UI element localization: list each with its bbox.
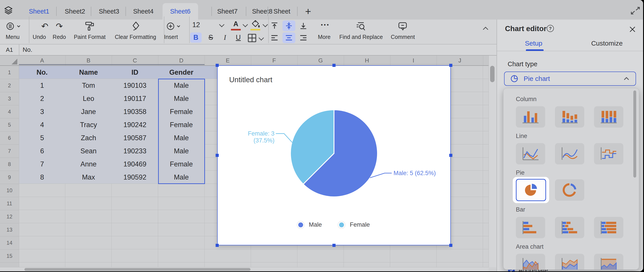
cell-d6[interactable]: Male bbox=[158, 131, 204, 144]
menu-icon[interactable] bbox=[5, 21, 22, 31]
expand-fullscreen-icon[interactable] bbox=[629, 6, 641, 15]
row-header-3[interactable]: 3 bbox=[0, 92, 19, 105]
cell-d5[interactable]: Female bbox=[158, 118, 204, 131]
row-header-15[interactable]: 15 bbox=[0, 249, 19, 263]
align-bottom-icon[interactable] bbox=[299, 22, 307, 30]
chart-type-stepped-line[interactable] bbox=[594, 143, 623, 164]
cell-d8[interactable]: Female bbox=[158, 158, 204, 171]
more-icon[interactable]: ••• bbox=[313, 22, 338, 28]
column-header-d[interactable]: D bbox=[158, 56, 205, 65]
sheet-tab-sheet4[interactable]: Sheet4 bbox=[132, 3, 154, 20]
sheet-tab-sheet6-active[interactable]: Sheet6 bbox=[162, 3, 198, 20]
cell-c9[interactable]: 190592 bbox=[112, 171, 158, 184]
paint-format-icon[interactable] bbox=[84, 21, 95, 32]
cell-d1[interactable]: Gender bbox=[158, 66, 204, 79]
cell-d4[interactable]: Female bbox=[158, 105, 204, 118]
column-header-b[interactable]: B bbox=[65, 56, 112, 65]
cell-a1[interactable]: No. bbox=[19, 66, 65, 79]
align-left-icon[interactable] bbox=[270, 34, 278, 42]
row-header-10[interactable]: 10 bbox=[0, 184, 19, 197]
chart-type-dropdown[interactable]: Pie chart bbox=[504, 72, 636, 86]
chart-type-column-stacked[interactable] bbox=[555, 106, 584, 128]
underline-button[interactable]: U bbox=[233, 32, 244, 43]
app-logo-icon[interactable] bbox=[4, 5, 13, 15]
cell-b6[interactable]: Zach bbox=[65, 131, 112, 144]
text-color-chevron-icon[interactable] bbox=[242, 22, 248, 27]
align-center-icon[interactable] bbox=[285, 34, 293, 42]
row-header-8[interactable]: 8 bbox=[0, 158, 19, 171]
row-header-14[interactable]: 14 bbox=[0, 236, 19, 249]
row-header-1[interactable]: 1 bbox=[0, 66, 19, 79]
row-header-9[interactable]: 9 bbox=[0, 171, 19, 184]
embedded-chart[interactable]: Untitled chart Female: 3 (37.5%) Male: 5… bbox=[217, 65, 451, 245]
chart-handle-e[interactable] bbox=[449, 154, 452, 157]
cell-a8[interactable]: 7 bbox=[19, 158, 65, 171]
align-right-icon[interactable] bbox=[299, 34, 307, 42]
legend-item-male[interactable]: Male bbox=[298, 221, 322, 228]
column-header-i[interactable]: I bbox=[390, 56, 437, 65]
find-replace-button[interactable]: Find and Replace bbox=[331, 34, 391, 41]
help-icon[interactable]: ? bbox=[547, 25, 554, 32]
row-header-13[interactable]: 13 bbox=[0, 223, 19, 236]
cell-b3[interactable]: Leo bbox=[65, 92, 112, 105]
row-header-12[interactable]: 12 bbox=[0, 210, 19, 223]
select-all-corner[interactable] bbox=[12, 59, 17, 65]
cell-d9[interactable]: Male bbox=[158, 171, 204, 184]
sheet-tab-sheet1[interactable]: Sheet1 bbox=[29, 3, 50, 20]
male-data-label[interactable]: Male: 5 (62.5%) bbox=[394, 170, 436, 177]
comment-button[interactable]: Comment bbox=[384, 34, 422, 41]
cell-a7[interactable]: 6 bbox=[19, 144, 65, 158]
clear-formatting-icon[interactable] bbox=[130, 21, 141, 32]
menu-button[interactable]: Menu bbox=[0, 34, 25, 41]
column-header-g[interactable]: G bbox=[297, 56, 344, 65]
chart-type-bar-100-stacked[interactable] bbox=[594, 217, 623, 238]
column-header-h[interactable]: H bbox=[344, 56, 390, 65]
cell-c1[interactable]: ID bbox=[112, 66, 158, 79]
comment-icon[interactable] bbox=[398, 21, 408, 32]
bold-button[interactable]: B bbox=[190, 32, 202, 43]
row-header-16[interactable]: 16 bbox=[0, 262, 19, 267]
row-header-5[interactable]: 5 bbox=[0, 118, 19, 132]
chart-type-line[interactable] bbox=[516, 143, 545, 164]
chart-type-column-100-stacked[interactable] bbox=[594, 106, 623, 128]
column-header-j[interactable]: J bbox=[436, 56, 483, 65]
column-header-e[interactable]: E bbox=[204, 56, 251, 65]
chart-handle-w[interactable] bbox=[216, 154, 219, 157]
cell-c4[interactable]: 190358 bbox=[112, 105, 158, 118]
row-header-6[interactable]: 6 bbox=[0, 131, 19, 145]
column-header-c[interactable]: C bbox=[112, 56, 158, 65]
cell-a3[interactable]: 2 bbox=[19, 92, 65, 105]
borders-chevron-icon[interactable] bbox=[258, 35, 264, 41]
cell-d2[interactable]: Male bbox=[158, 79, 204, 92]
chart-handle-sw[interactable] bbox=[216, 244, 219, 247]
redo-icon[interactable]: ↷ bbox=[48, 21, 70, 31]
tab-setup[interactable]: Setup bbox=[497, 38, 570, 49]
chart-type-bar-stacked[interactable] bbox=[555, 217, 584, 238]
collapse-toolbar-icon[interactable] bbox=[483, 27, 488, 32]
cell-c8[interactable]: 190469 bbox=[112, 158, 158, 171]
cell-c2[interactable]: 190103 bbox=[112, 79, 158, 92]
cell-d3[interactable]: Male bbox=[158, 92, 204, 105]
cell-reference-box[interactable]: A1 bbox=[0, 45, 19, 55]
chart-type-area-100-stacked[interactable] bbox=[594, 254, 623, 270]
cell-a4[interactable]: 3 bbox=[19, 105, 65, 118]
strikethrough-button[interactable]: S bbox=[206, 32, 216, 43]
cell-b5[interactable]: Tracy bbox=[65, 118, 112, 131]
column-header-a[interactable]: A bbox=[19, 56, 66, 65]
cell-b1[interactable]: Name bbox=[65, 66, 112, 79]
font-size-value[interactable]: 12 bbox=[192, 21, 206, 29]
chart-type-area-stacked[interactable] bbox=[555, 254, 584, 270]
chart-handle-se[interactable] bbox=[449, 244, 452, 247]
fill-color-icon[interactable] bbox=[251, 20, 261, 29]
close-icon[interactable] bbox=[629, 26, 636, 33]
text-color-icon[interactable]: A bbox=[231, 20, 241, 28]
sheet-tab-sheet3[interactable]: Sheet3 bbox=[98, 3, 120, 20]
italic-button[interactable]: I bbox=[220, 32, 230, 43]
row-header-2[interactable]: 2 bbox=[0, 79, 19, 92]
chart-type-pie-selected[interactable] bbox=[516, 179, 546, 201]
chart-handle-ne[interactable] bbox=[449, 64, 452, 67]
cell-b8[interactable]: Anne bbox=[65, 158, 112, 171]
cell-b4[interactable]: Jane bbox=[65, 105, 112, 118]
row-header-4[interactable]: 4 bbox=[0, 105, 19, 118]
cell-a2[interactable]: 1 bbox=[19, 79, 65, 92]
